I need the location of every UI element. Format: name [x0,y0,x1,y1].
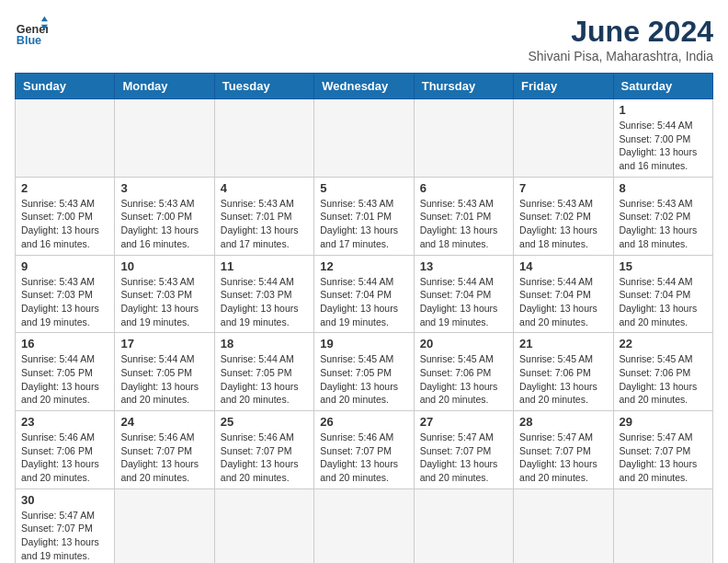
month-title: June 2024 [528,15,713,49]
day-cell [16,99,115,178]
day-number: 12 [320,259,407,273]
day-info: Sunrise: 5:43 AMSunset: 7:03 PMDaylight:… [120,275,208,329]
col-header-tuesday: Tuesday [214,74,313,99]
day-info: Sunrise: 5:46 AMSunset: 7:06 PMDaylight:… [21,431,108,485]
day-number: 25 [221,415,308,429]
day-number: 20 [420,337,507,350]
col-header-sunday: Sunday [16,74,115,99]
day-cell: 19Sunrise: 5:45 AMSunset: 7:05 PMDayligh… [314,333,414,411]
day-cell: 10Sunrise: 5:43 AMSunset: 7:03 PMDayligh… [115,255,214,333]
day-cell: 23Sunrise: 5:46 AMSunset: 7:06 PMDayligh… [16,411,115,489]
day-cell [613,488,712,563]
day-cell [115,99,214,178]
day-cell: 8Sunrise: 5:43 AMSunset: 7:02 PMDaylight… [613,177,712,255]
day-cell: 16Sunrise: 5:44 AMSunset: 7:05 PMDayligh… [16,333,115,411]
svg-text:Blue: Blue [17,34,41,47]
day-cell: 20Sunrise: 5:45 AMSunset: 7:06 PMDayligh… [414,333,513,411]
day-info: Sunrise: 5:44 AMSunset: 7:05 PMDaylight:… [21,352,108,407]
day-cell: 18Sunrise: 5:44 AMSunset: 7:05 PMDayligh… [214,333,313,411]
day-number: 4 [221,181,308,195]
day-info: Sunrise: 5:47 AMSunset: 7:07 PMDaylight:… [420,431,507,485]
col-header-monday: Monday [115,74,214,99]
day-info: Sunrise: 5:43 AMSunset: 7:01 PMDaylight:… [221,197,308,251]
day-number: 27 [420,415,507,429]
col-header-friday: Friday [514,74,613,99]
day-number: 3 [120,181,208,195]
day-cell [115,488,214,563]
day-cell: 22Sunrise: 5:45 AMSunset: 7:06 PMDayligh… [613,333,712,411]
day-cell: 11Sunrise: 5:44 AMSunset: 7:03 PMDayligh… [214,255,313,333]
day-info: Sunrise: 5:44 AMSunset: 7:04 PMDaylight:… [420,275,507,329]
day-number: 19 [320,337,407,350]
day-number: 7 [519,181,607,195]
day-info: Sunrise: 5:46 AMSunset: 7:07 PMDaylight:… [320,431,407,485]
day-info: Sunrise: 5:43 AMSunset: 7:03 PMDaylight:… [21,275,108,329]
day-info: Sunrise: 5:46 AMSunset: 7:07 PMDaylight:… [120,431,208,485]
day-cell [314,99,414,178]
day-cell: 25Sunrise: 5:46 AMSunset: 7:07 PMDayligh… [214,411,313,489]
day-number: 13 [420,259,507,273]
day-number: 14 [519,259,607,273]
svg-marker-2 [41,17,48,21]
day-number: 9 [21,259,108,273]
day-info: Sunrise: 5:43 AMSunset: 7:01 PMDaylight:… [420,197,507,251]
day-number: 30 [21,493,108,507]
day-info: Sunrise: 5:44 AMSunset: 7:04 PMDaylight:… [519,275,607,329]
logo-icon: General Blue [15,15,48,48]
day-cell [214,99,313,178]
day-info: Sunrise: 5:44 AMSunset: 7:05 PMDaylight:… [221,352,308,407]
day-number: 29 [620,415,707,429]
day-number: 11 [221,259,308,273]
day-number: 18 [221,337,308,350]
day-info: Sunrise: 5:45 AMSunset: 7:06 PMDaylight:… [620,352,707,407]
day-number: 17 [120,337,208,350]
col-header-thursday: Thursday [414,74,513,99]
day-number: 2 [21,181,108,195]
day-cell: 7Sunrise: 5:43 AMSunset: 7:02 PMDaylight… [514,177,613,255]
day-cell: 21Sunrise: 5:45 AMSunset: 7:06 PMDayligh… [514,333,613,411]
day-info: Sunrise: 5:45 AMSunset: 7:06 PMDaylight:… [519,352,607,407]
day-info: Sunrise: 5:43 AMSunset: 7:02 PMDaylight:… [620,197,707,251]
day-cell [514,99,613,178]
location: Shivani Pisa, Maharashtra, India [528,49,713,63]
day-cell: 26Sunrise: 5:46 AMSunset: 7:07 PMDayligh… [314,411,414,489]
day-cell: 14Sunrise: 5:44 AMSunset: 7:04 PMDayligh… [514,255,613,333]
calendar-header-row: SundayMondayTuesdayWednesdayThursdayFrid… [16,74,713,99]
day-cell [214,488,313,563]
day-cell: 13Sunrise: 5:44 AMSunset: 7:04 PMDayligh… [414,255,513,333]
day-info: Sunrise: 5:46 AMSunset: 7:07 PMDaylight:… [221,431,308,485]
day-cell: 4Sunrise: 5:43 AMSunset: 7:01 PMDaylight… [214,177,313,255]
day-info: Sunrise: 5:44 AMSunset: 7:00 PMDaylight:… [620,119,707,173]
day-number: 15 [620,259,707,273]
col-header-saturday: Saturday [613,74,712,99]
day-info: Sunrise: 5:45 AMSunset: 7:05 PMDaylight:… [320,352,407,407]
day-info: Sunrise: 5:43 AMSunset: 7:02 PMDaylight:… [519,197,607,251]
day-info: Sunrise: 5:44 AMSunset: 7:05 PMDaylight:… [120,352,208,407]
day-number: 16 [21,337,108,350]
day-info: Sunrise: 5:43 AMSunset: 7:00 PMDaylight:… [120,197,208,251]
day-cell [314,488,414,563]
day-cell: 6Sunrise: 5:43 AMSunset: 7:01 PMDaylight… [414,177,513,255]
day-info: Sunrise: 5:47 AMSunset: 7:07 PMDaylight:… [21,509,108,563]
day-cell: 30Sunrise: 5:47 AMSunset: 7:07 PMDayligh… [16,488,115,563]
day-number: 23 [21,415,108,429]
day-cell [414,488,513,563]
day-number: 1 [620,103,707,117]
day-info: Sunrise: 5:44 AMSunset: 7:04 PMDaylight:… [320,275,407,329]
day-cell: 2Sunrise: 5:43 AMSunset: 7:00 PMDaylight… [16,177,115,255]
week-row-3: 16Sunrise: 5:44 AMSunset: 7:05 PMDayligh… [16,333,713,411]
day-info: Sunrise: 5:43 AMSunset: 7:01 PMDaylight:… [320,197,407,251]
day-cell: 1Sunrise: 5:44 AMSunset: 7:00 PMDaylight… [613,99,712,178]
day-cell: 27Sunrise: 5:47 AMSunset: 7:07 PMDayligh… [414,411,513,489]
week-row-2: 9Sunrise: 5:43 AMSunset: 7:03 PMDaylight… [16,255,713,333]
day-cell [514,488,613,563]
day-number: 10 [120,259,208,273]
day-cell: 24Sunrise: 5:46 AMSunset: 7:07 PMDayligh… [115,411,214,489]
week-row-1: 2Sunrise: 5:43 AMSunset: 7:00 PMDaylight… [16,177,713,255]
col-header-wednesday: Wednesday [314,74,414,99]
calendar-table: SundayMondayTuesdayWednesdayThursdayFrid… [15,73,713,563]
day-number: 22 [620,337,707,350]
title-section: June 2024 Shivani Pisa, Maharashtra, Ind… [528,15,713,63]
day-info: Sunrise: 5:45 AMSunset: 7:06 PMDaylight:… [420,352,507,407]
day-cell: 17Sunrise: 5:44 AMSunset: 7:05 PMDayligh… [115,333,214,411]
